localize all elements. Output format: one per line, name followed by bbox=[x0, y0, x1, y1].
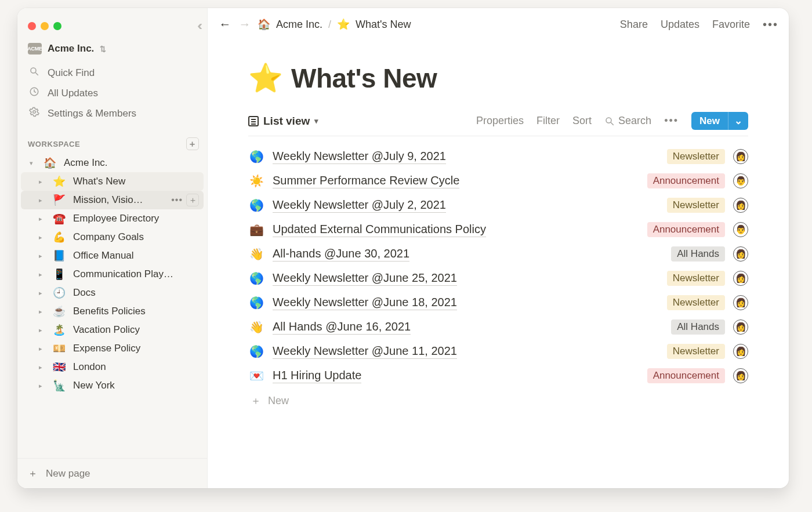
maximize-window-icon[interactable] bbox=[53, 22, 61, 30]
row-emoji-icon: 💌 bbox=[248, 369, 264, 383]
chevron-right-icon[interactable]: ▸ bbox=[36, 308, 45, 315]
search-button[interactable]: Search bbox=[604, 115, 651, 127]
chevron-right-icon[interactable]: ▸ bbox=[36, 345, 45, 353]
sidebar-page-item[interactable]: ▸🕘Docs bbox=[21, 284, 204, 302]
avatar[interactable]: 👩 bbox=[733, 149, 748, 164]
new-row-button[interactable]: New ⌄ bbox=[691, 112, 748, 130]
row-more-icon[interactable]: ••• bbox=[171, 195, 183, 205]
add-row-button[interactable]: ＋ New bbox=[248, 394, 748, 408]
quick-find[interactable]: Quick Find bbox=[22, 63, 202, 83]
filter-button[interactable]: Filter bbox=[536, 115, 560, 127]
nav-forward-button[interactable]: → bbox=[238, 17, 252, 31]
chevron-right-icon[interactable]: ▸ bbox=[36, 364, 45, 371]
chevron-right-icon[interactable]: ▸ bbox=[36, 326, 45, 334]
collapse-sidebar-icon[interactable]: ‹‹ bbox=[197, 19, 199, 34]
updates-button[interactable]: Updates bbox=[661, 19, 699, 31]
database-row[interactable]: 🌎Weekly Newsletter @June 18, 2021Newslet… bbox=[248, 291, 748, 315]
row-title[interactable]: Weekly Newsletter @July 2, 2021 bbox=[273, 198, 446, 213]
workspace-badge-icon: ACME bbox=[28, 43, 42, 55]
row-title[interactable]: H1 Hiring Update bbox=[273, 369, 361, 383]
sidebar-page-item[interactable]: ▸🇬🇧London bbox=[21, 358, 204, 376]
view-more-icon[interactable]: ••• bbox=[664, 115, 679, 127]
chevron-right-icon[interactable]: ▸ bbox=[36, 382, 45, 390]
view-selector[interactable]: List view ▾ bbox=[248, 115, 318, 128]
share-button[interactable]: Share bbox=[620, 19, 648, 31]
nav-back-button[interactable]: ← bbox=[218, 17, 232, 31]
add-subpage-button[interactable]: ＋ bbox=[186, 194, 199, 206]
workspace-switcher[interactable]: ACME Acme Inc. ⇅ bbox=[17, 35, 207, 59]
row-emoji-icon: 👋 bbox=[248, 320, 264, 334]
chevron-right-icon[interactable]: ▸ bbox=[36, 289, 45, 297]
sidebar-page-item[interactable]: ▸☎️Employee Directory bbox=[21, 209, 204, 228]
database-row[interactable]: 🌎Weekly Newsletter @June 11, 2021Newslet… bbox=[248, 339, 748, 364]
sidebar-page-item[interactable]: ▸📘Office Manual bbox=[21, 246, 204, 265]
row-title[interactable]: All Hands @June 16, 2021 bbox=[273, 320, 411, 335]
chevron-right-icon[interactable]: ▸ bbox=[36, 197, 45, 204]
database-row[interactable]: 🌎Weekly Newsletter @June 25, 2021Newslet… bbox=[248, 266, 748, 291]
tag-badge: All Hands bbox=[671, 246, 725, 262]
properties-button[interactable]: Properties bbox=[476, 115, 524, 127]
clock-icon bbox=[28, 86, 41, 100]
chevron-right-icon[interactable]: ▸ bbox=[36, 234, 45, 241]
minimize-window-icon[interactable] bbox=[41, 22, 49, 30]
chevron-right-icon[interactable]: ▸ bbox=[36, 178, 45, 186]
row-title[interactable]: Weekly Newsletter @July 9, 2021 bbox=[273, 150, 446, 164]
chevron-down-icon[interactable]: ⌄ bbox=[728, 112, 748, 130]
sidebar-page-item[interactable]: ▸🚩Mission, Visio…•••＋ bbox=[21, 191, 204, 209]
avatar[interactable]: 👨 bbox=[733, 173, 748, 188]
database-row[interactable]: 🌎Weekly Newsletter @July 2, 2021Newslett… bbox=[248, 193, 748, 217]
breadcrumb-page[interactable]: What's New bbox=[356, 19, 411, 31]
database-row[interactable]: 🌎Weekly Newsletter @July 9, 2021Newslett… bbox=[248, 144, 748, 169]
avatar[interactable]: 👩 bbox=[733, 246, 748, 262]
sort-button[interactable]: Sort bbox=[572, 115, 592, 127]
sidebar-page-item[interactable]: ▸🏝️Vacation Policy bbox=[21, 321, 204, 339]
chevron-right-icon[interactable]: ▸ bbox=[36, 252, 45, 260]
avatar[interactable]: 👩 bbox=[733, 295, 748, 310]
all-updates-label: All Updates bbox=[48, 88, 98, 99]
row-title[interactable]: Weekly Newsletter @June 11, 2021 bbox=[273, 344, 457, 359]
gear-icon bbox=[28, 107, 41, 120]
settings-members[interactable]: Settings & Members bbox=[22, 103, 202, 124]
database-row[interactable]: 💌H1 Hiring UpdateAnnouncement👩 bbox=[248, 364, 748, 388]
row-title[interactable]: Weekly Newsletter @June 25, 2021 bbox=[273, 271, 457, 286]
breadcrumb-root[interactable]: Acme Inc. bbox=[276, 19, 322, 31]
row-title[interactable]: Summer Performance Review Cycle bbox=[273, 174, 459, 188]
page-title-text[interactable]: What's New bbox=[291, 63, 437, 94]
page-title-emoji-icon[interactable]: ⭐ bbox=[248, 61, 283, 95]
sidebar-page-item[interactable]: ▸☕Benefits Policies bbox=[21, 302, 204, 321]
new-row-label: New bbox=[691, 112, 728, 130]
quick-find-label: Quick Find bbox=[48, 67, 95, 79]
row-title[interactable]: All-hands @June 30, 2021 bbox=[273, 247, 409, 262]
chevron-right-icon[interactable]: ▸ bbox=[36, 271, 45, 278]
avatar[interactable]: 👩 bbox=[733, 319, 748, 335]
database-row[interactable]: 💼Updated External Communications PolicyA… bbox=[248, 217, 748, 242]
avatar[interactable]: 👩 bbox=[733, 368, 748, 383]
more-menu-icon[interactable]: ••• bbox=[763, 18, 778, 31]
page-emoji-icon: 🇬🇧 bbox=[52, 361, 66, 373]
sidebar-page-item[interactable]: ▸📱Communication Play… bbox=[21, 265, 204, 284]
sidebar: ‹‹ ACME Acme Inc. ⇅ Quick Find All Updat… bbox=[17, 8, 208, 488]
chevron-down-icon[interactable]: ▾ bbox=[27, 159, 36, 167]
new-page-button[interactable]: ＋ New page bbox=[17, 458, 207, 488]
chevron-down-icon: ▾ bbox=[314, 117, 318, 125]
tree-root[interactable]: ▾ 🏠 Acme Inc. bbox=[21, 154, 204, 172]
avatar[interactable]: 👩 bbox=[733, 271, 748, 286]
avatar[interactable]: 👨 bbox=[733, 222, 748, 237]
avatar[interactable]: 👩 bbox=[733, 198, 748, 213]
database-row[interactable]: 👋All Hands @June 16, 2021All Hands👩 bbox=[248, 315, 748, 339]
sidebar-page-item[interactable]: ▸🗽New York bbox=[21, 376, 204, 395]
row-title[interactable]: Updated External Communications Policy bbox=[273, 223, 486, 237]
sidebar-page-item[interactable]: ▸💪Company Goals bbox=[21, 228, 204, 246]
avatar[interactable]: 👩 bbox=[733, 344, 748, 359]
window-controls bbox=[17, 8, 207, 35]
database-row[interactable]: ☀️Summer Performance Review CycleAnnounc… bbox=[248, 169, 748, 193]
all-updates[interactable]: All Updates bbox=[22, 83, 202, 103]
sidebar-page-item[interactable]: ▸⭐What's New bbox=[21, 172, 204, 191]
chevron-right-icon[interactable]: ▸ bbox=[36, 215, 45, 223]
favorite-button[interactable]: Favorite bbox=[712, 19, 750, 31]
row-title[interactable]: Weekly Newsletter @June 18, 2021 bbox=[273, 296, 457, 310]
close-window-icon[interactable] bbox=[28, 22, 36, 30]
database-row[interactable]: 👋All-hands @June 30, 2021All Hands👩 bbox=[248, 242, 748, 266]
sidebar-page-item[interactable]: ▸💴Expense Policy bbox=[21, 339, 204, 358]
add-page-button[interactable]: ＋ bbox=[186, 137, 199, 150]
